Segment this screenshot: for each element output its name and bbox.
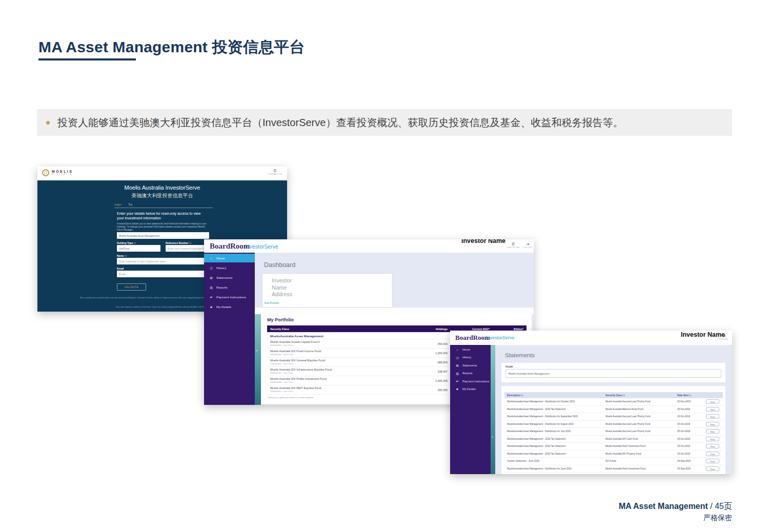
chevron-right-icon: › (492, 435, 493, 439)
statement-date-sent: 15-Sep-2019 (675, 467, 703, 470)
sidebar-item[interactable]: ▥ Reports (204, 283, 255, 292)
fund-holdings: 390,350 (409, 387, 451, 393)
statement-security-class: Moelis Australia Secured Loan Priority F… (603, 400, 675, 403)
sidebar-item[interactable]: ▥ Reports (450, 370, 491, 377)
footer-brand: MA Asset Management (619, 502, 708, 510)
footer-page-number: / 45页 (708, 502, 732, 510)
statement-security-class: Moelis Australia Secured Loan Priority F… (603, 423, 675, 425)
contact-phone-button[interactable]: ✆ 1300 737 760 (505, 242, 521, 249)
nav-icon: ☻ (209, 305, 213, 309)
screenshot-statements: BoardRoom InvestorServe Investor Name ⇥ … (450, 331, 732, 474)
view-button[interactable]: View (706, 407, 719, 412)
bullet-bar: 投资人能够通过美驰澳大利亚投资信息平台（InvestorServe）查看投资概况… (37, 109, 732, 136)
issuer-select[interactable] (505, 369, 721, 378)
statement-date-sent: 24-Sep-2019 (675, 460, 703, 462)
nav-icon: ▤ (455, 363, 459, 367)
validate-button[interactable]: VALIDATE (117, 283, 146, 291)
reference-number-label: Reference Number ⓘ (166, 241, 191, 244)
statement-description: MoelisAustralia Asset Management - 2019 … (504, 438, 603, 440)
statement-security-class: Moelis Australia Bathurst Retail Fund (603, 408, 675, 411)
view-button[interactable]: View (706, 414, 719, 419)
reference-number-input[interactable] (166, 245, 209, 252)
info-icon: ⓘ (189, 242, 192, 244)
investor-card: Investor Name Address (262, 273, 393, 308)
view-button[interactable]: View (706, 452, 719, 456)
sidebar-item[interactable]: ⌂ Home (450, 346, 491, 353)
nav-icon: ◷ (455, 356, 459, 359)
sidebar-item-label: Statements (216, 276, 232, 279)
table-row: MoelisAustralia Asset Management - Distr… (504, 398, 723, 406)
slide-footer: MA Asset Management / 45页 严格保密 (619, 501, 732, 523)
statement-description: MoelisAustralia Asset Management - Distr… (504, 415, 603, 418)
fund-name: Moelis Australia SIV REIT Equities Fund (270, 386, 406, 390)
login-tab[interactable]: Login (114, 203, 121, 206)
investor-card-line: Address (262, 291, 392, 298)
footer-confidential: 严格保密 (619, 514, 732, 523)
table-row: MoelisAustralia Asset Management - 2019 … (504, 406, 723, 414)
statement-description: MoelisAustralia Asset Management - Distr… (504, 423, 603, 425)
sidebar-item[interactable]: ⌂ Home (204, 254, 255, 262)
bullet-icon (46, 121, 50, 125)
column-description[interactable]: Description ⇅ (504, 394, 603, 397)
column-date-sent[interactable]: Date Sent ⇅ (675, 394, 703, 397)
column-security-class: Security Class (267, 328, 409, 331)
statement-security-class: Moelis Australia SIV Cash Fund (603, 438, 675, 440)
logout-caption: LOG OUT (522, 247, 533, 249)
phone-caption: 1300 737 760 (505, 247, 521, 249)
view-button[interactable]: View (706, 437, 719, 441)
holding-type-label: Holding Type ⓘ (117, 241, 136, 244)
sidebar-item-label: Home (216, 256, 225, 260)
login-title-zh: 美驰澳大利亚投资信息平台 (37, 192, 287, 199)
fund-holdings: 988,954 (409, 360, 451, 365)
investor-name-overlay: Investor Name (680, 331, 726, 338)
statement-security-class: Moelis Australia Hotel Investment Fund (603, 467, 675, 470)
nav-icon: ⌂ (455, 348, 459, 351)
view-portfolio-link[interactable]: View Portfolio (264, 302, 279, 304)
sidebar-item[interactable]: ▤ Statements (450, 362, 491, 369)
statement-date-sent: 15-Oct-2019 (675, 423, 703, 425)
name-input[interactable] (117, 258, 209, 264)
column-security-class[interactable]: Security Class ⇅ (603, 394, 675, 397)
statement-description: MoelisAustralia Asset Management - 2019 … (504, 408, 603, 411)
view-button[interactable]: View (706, 422, 719, 426)
holding-type-input[interactable] (117, 245, 160, 252)
sidebar-item[interactable]: ▤ Statements (204, 273, 255, 282)
sidebar-item-label: History (216, 266, 226, 270)
page-title: MA Asset Management 投资信息平台 (38, 37, 305, 58)
sidebar-item[interactable]: ⇄ Payment Instructions (450, 378, 491, 385)
moelis-logo: MOELIS AUSTRALIA (42, 169, 73, 176)
view-button[interactable]: View (706, 444, 719, 448)
logout-button[interactable]: ⇥ LOG OUT (522, 242, 533, 249)
title-underline (38, 58, 136, 60)
view-button[interactable]: View (706, 399, 719, 404)
statement-date-sent: 05-Oct-2019 (675, 430, 703, 433)
sidebar-item[interactable]: ◷ History (204, 263, 255, 272)
sidebar-item[interactable]: ⇄ Payment Instructions (204, 293, 255, 301)
login-tab[interactable]: Try (128, 203, 132, 206)
view-button[interactable]: View (706, 429, 719, 434)
nav-icon: ⌂ (209, 257, 213, 260)
moelis-logo-icon (42, 169, 49, 176)
email-input[interactable] (117, 271, 209, 277)
sidebar-item-label: History (462, 356, 471, 359)
sidebar-item[interactable]: ◷ History (450, 354, 491, 361)
nav-icon: ⇄ (209, 295, 213, 299)
view-button[interactable]: View (706, 459, 719, 463)
issuer-label: Issuer (505, 365, 513, 368)
background-photo: › (255, 314, 261, 405)
statement-security-class: Moelis Australia Secured Loan Priority F… (603, 430, 675, 433)
table-row: MoelisAustralia Asset Management - 2019 … (504, 451, 723, 458)
view-button[interactable]: View (706, 466, 719, 471)
statement-date-sent: 15-Oct-2019 (675, 453, 703, 455)
sort-icon: ⇅ (689, 394, 691, 397)
sidebar-item[interactable]: ☻ My Details (204, 302, 255, 311)
bullet-text: 投资人能够通过美驰澳大利亚投资信息平台（InvestorServe）查看投资概况… (57, 109, 623, 136)
fund-holdings: 456,003 (409, 341, 451, 346)
issuer-input[interactable] (117, 232, 209, 239)
column-current-nav: Current NAV* (451, 328, 493, 331)
email-label: Email (117, 267, 124, 270)
sort-icon: ⇅ (521, 394, 523, 397)
boardroom-logo: BoardRoom (455, 334, 490, 342)
contact-us-button[interactable]: ✆ CONTACT US (268, 169, 282, 175)
sidebar-item[interactable]: ☻ My Details (450, 385, 491, 393)
